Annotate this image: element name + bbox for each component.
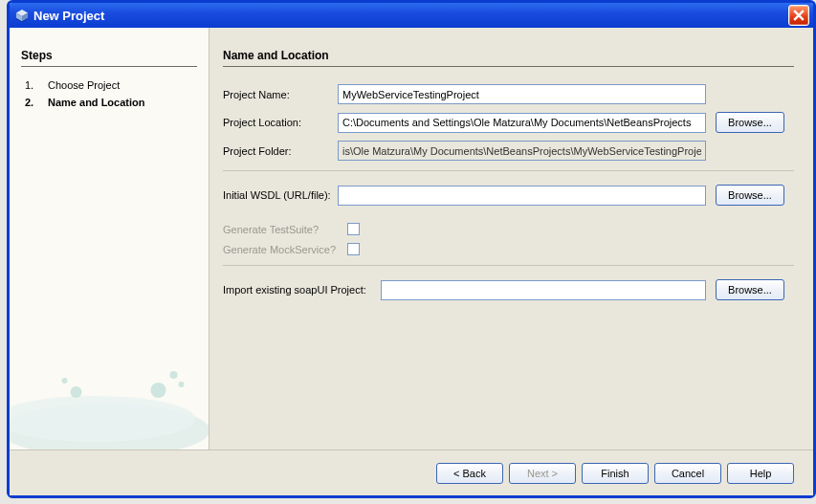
- next-button: Next >: [509, 463, 576, 484]
- step-choose-project: 1. Choose Project: [21, 77, 197, 94]
- label-initial-wsdl: Initial WSDL (URL/file):: [223, 189, 338, 201]
- dialog-footer: < Back Next > Finish Cancel Help: [10, 449, 813, 495]
- step-name-and-location: 2. Name and Location: [21, 94, 197, 111]
- label-project-name: Project Name:: [223, 89, 338, 100]
- row-project-name: Project Name:: [223, 84, 794, 104]
- label-generate-mockservice: Generate MockService?: [223, 244, 347, 255]
- close-button[interactable]: [788, 5, 809, 26]
- svg-point-9: [179, 382, 185, 387]
- new-project-dialog: New Project Steps 1. Choose Project 2. N…: [7, 0, 816, 498]
- main-panel: Name and Location Project Name: Project …: [210, 28, 813, 449]
- finish-button[interactable]: Finish: [582, 463, 649, 484]
- panel-heading: Name and Location: [223, 49, 794, 67]
- row-import-existing: Import existing soapUI Project: Browse..…: [223, 279, 794, 300]
- row-generate-testsuite: Generate TestSuite?: [223, 223, 794, 235]
- steps-list: 1. Choose Project 2. Name and Location: [21, 77, 197, 111]
- help-button[interactable]: Help: [727, 463, 794, 484]
- svg-point-7: [151, 383, 166, 398]
- svg-point-6: [62, 378, 68, 383]
- title-bar[interactable]: New Project: [10, 3, 813, 28]
- project-location-input[interactable]: [338, 113, 706, 133]
- browse-project-location-button[interactable]: Browse...: [716, 112, 784, 133]
- browse-initial-wsdl-button[interactable]: Browse...: [716, 185, 784, 206]
- app-cube-icon: [15, 9, 29, 22]
- sidebar-watermark-icon: [10, 325, 209, 449]
- svg-point-3: [10, 404, 209, 449]
- label-import-existing: Import existing soapUI Project:: [223, 284, 381, 296]
- row-generate-mockservice: Generate MockService?: [223, 243, 794, 255]
- row-project-folder: Project Folder:: [223, 141, 794, 161]
- close-icon: [793, 10, 805, 21]
- window-title: New Project: [33, 9, 788, 23]
- generate-testsuite-checkbox: [347, 223, 360, 235]
- svg-point-8: [170, 371, 178, 379]
- label-project-location: Project Location:: [223, 117, 338, 128]
- browse-import-existing-button[interactable]: Browse...: [716, 279, 784, 300]
- import-existing-input[interactable]: [381, 280, 706, 300]
- svg-point-4: [10, 396, 196, 442]
- label-project-folder: Project Folder:: [223, 145, 338, 157]
- dialog-content: Steps 1. Choose Project 2. Name and Loca…: [10, 28, 813, 449]
- project-name-input[interactable]: [338, 84, 706, 104]
- label-generate-testsuite: Generate TestSuite?: [223, 224, 347, 235]
- steps-heading: Steps: [21, 49, 197, 67]
- svg-point-5: [71, 386, 82, 398]
- cancel-button[interactable]: Cancel: [654, 463, 721, 484]
- row-project-location: Project Location: Browse...: [223, 112, 794, 133]
- initial-wsdl-input[interactable]: [338, 186, 706, 206]
- steps-sidebar: Steps 1. Choose Project 2. Name and Loca…: [10, 28, 210, 449]
- divider: [223, 170, 794, 171]
- back-button[interactable]: < Back: [436, 463, 503, 484]
- divider: [223, 265, 794, 266]
- project-folder-input: [338, 141, 706, 161]
- row-initial-wsdl: Initial WSDL (URL/file): Browse...: [223, 185, 794, 206]
- generate-mockservice-checkbox: [347, 243, 360, 255]
